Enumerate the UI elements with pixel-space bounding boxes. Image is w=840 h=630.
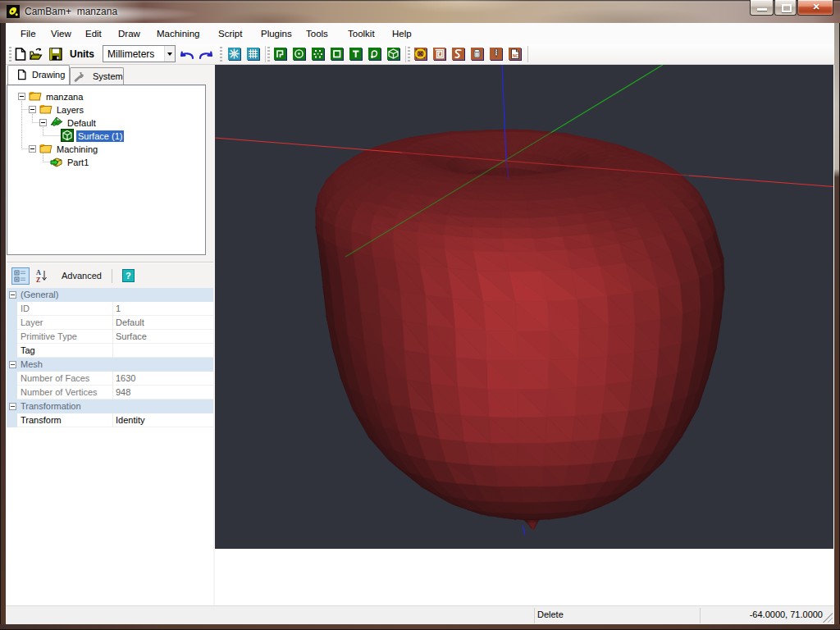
svg-text:NC: NC <box>513 53 519 58</box>
svg-text:Z: Z <box>36 276 40 284</box>
svg-text:A: A <box>36 269 41 276</box>
